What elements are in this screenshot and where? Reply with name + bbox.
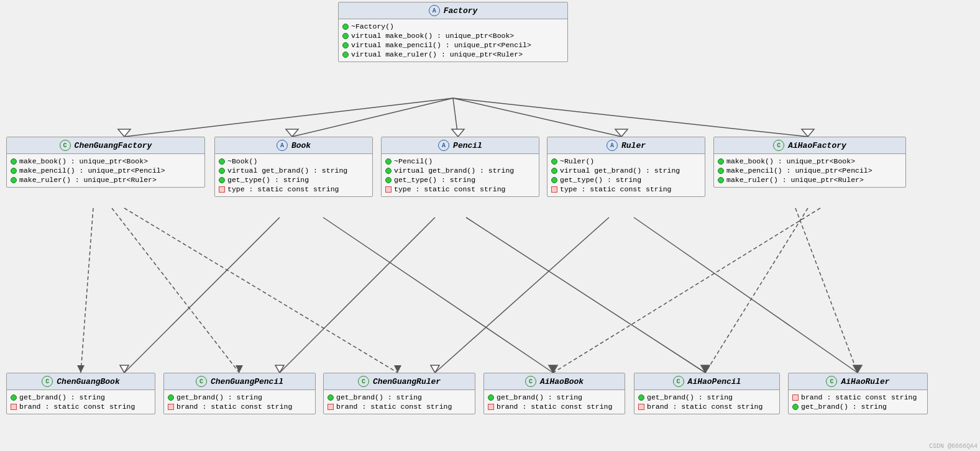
factory-row-2: virtual make_pencil() : unique_ptr<Penci… <box>342 40 564 50</box>
svg-marker-33 <box>549 365 557 373</box>
dot-icon <box>638 394 644 401</box>
dot-icon <box>11 394 17 401</box>
dot-icon <box>168 394 174 401</box>
book-row-3: type : static const string <box>219 184 369 194</box>
book-class: A Book ~Book() virtual get_brand() : str… <box>214 137 373 197</box>
chenguangbook-class: C ChenGuangBook get_brand() : string bra… <box>6 373 155 414</box>
book-row-0: ~Book() <box>219 157 369 166</box>
svg-line-24 <box>466 217 705 373</box>
aihaobook-header: C AiHaoBook <box>484 373 625 390</box>
factory-body: ~Factory() virtual make_book() : unique_… <box>339 19 567 62</box>
cgbook-body: get_brand() : string brand : static cons… <box>7 390 155 414</box>
dot-icon <box>551 158 557 165</box>
aihaoruler-badge: C <box>826 376 837 387</box>
svg-line-1 <box>453 98 808 137</box>
svg-marker-17 <box>120 365 129 373</box>
square-icon <box>551 186 557 193</box>
aihaofactory-badge: C <box>773 140 784 151</box>
svg-line-10 <box>81 208 93 373</box>
svg-marker-23 <box>549 365 557 373</box>
dot-icon <box>385 158 392 165</box>
factory-class: A Factory ~Factory() virtual make_book()… <box>338 2 568 62</box>
dot-icon <box>342 33 349 39</box>
svg-marker-21 <box>431 365 439 373</box>
dot-icon <box>718 177 724 183</box>
dot-icon <box>718 168 724 174</box>
dot-icon <box>11 168 17 174</box>
svg-line-12 <box>112 208 239 373</box>
dot-icon <box>385 168 392 174</box>
dot-icon <box>342 42 349 48</box>
square-icon <box>792 394 799 401</box>
dot-icon <box>551 168 557 174</box>
svg-marker-13 <box>236 365 243 373</box>
svg-line-4 <box>453 98 621 137</box>
pencil-class: A Pencil ~Pencil() virtual get_brand() :… <box>381 137 539 197</box>
square-icon <box>638 404 644 410</box>
svg-line-20 <box>435 217 609 373</box>
svg-line-18 <box>280 217 435 373</box>
factory-method-0: ~Factory() <box>351 22 394 30</box>
chenguangfactory-badge: C <box>60 140 71 151</box>
factory-row-0: ~Factory() <box>342 22 564 31</box>
svg-line-28 <box>795 208 858 373</box>
dot-icon <box>488 394 494 401</box>
square-icon <box>488 404 494 410</box>
aihaobook-class: C AiHaoBook get_brand() : string brand :… <box>483 373 625 414</box>
dot-icon <box>219 177 225 183</box>
dot-icon <box>11 158 17 165</box>
ruler-class: A Ruler ~Ruler() virtual get_brand() : s… <box>547 137 705 197</box>
dot-icon <box>327 394 334 401</box>
dot-icon <box>219 158 225 165</box>
cgf-row-2: make_ruler() : unique_ptr<Ruler> <box>11 175 201 184</box>
svg-line-22 <box>323 217 553 373</box>
svg-marker-11 <box>77 365 85 373</box>
watermark: CSDN @6666QA4 <box>929 443 978 450</box>
square-icon <box>168 404 174 410</box>
dot-icon <box>342 24 349 30</box>
book-row-2: get_type() : string <box>219 175 369 184</box>
book-header: A Book <box>215 137 372 154</box>
aihaobook-title: AiHaoBook <box>540 377 584 386</box>
svg-line-14 <box>124 208 398 373</box>
aihaobook-body: get_brand() : string brand : static cons… <box>484 390 625 414</box>
chenguangruler-class: C ChenGuangRuler get_brand() : string br… <box>323 373 475 414</box>
dot-icon <box>11 177 17 183</box>
svg-marker-6 <box>452 129 464 137</box>
factory-method-3: virtual make_ruler() : unique_ptr<Ruler> <box>351 50 523 58</box>
chenguangfactory-class: C ChenGuangFactory make_book() : unique_… <box>6 137 205 188</box>
factory-row-1: virtual make_book() : unique_ptr<Book> <box>342 31 564 40</box>
aihaofactory-body: make_book() : unique_ptr<Book> make_penc… <box>714 154 905 187</box>
ruler-badge: A <box>607 140 618 151</box>
cgbook-title: ChenGuangBook <box>57 377 119 386</box>
book-row-1: virtual get_brand() : string <box>219 166 369 175</box>
cgf-row-1: make_pencil() : unique_ptr<Pencil> <box>11 166 201 175</box>
cgruler-header: C ChenGuangRuler <box>324 373 475 390</box>
book-body: ~Book() virtual get_brand() : string get… <box>215 154 372 196</box>
cgbook-badge: C <box>42 376 53 387</box>
cgruler-body: get_brand() : string brand : static cons… <box>324 390 475 414</box>
factory-method-1: virtual make_book() : unique_ptr<Book> <box>351 32 514 40</box>
ruler-title: Ruler <box>621 141 646 150</box>
aihaoruler-header: C AiHaoRuler <box>789 373 927 390</box>
svg-marker-27 <box>853 365 862 373</box>
cgf-method-0: make_book() : unique_ptr<Book> <box>19 157 148 165</box>
dot-icon <box>551 177 557 183</box>
dot-icon <box>342 52 349 58</box>
ruler-body: ~Ruler() virtual get_brand() : string ge… <box>547 154 705 196</box>
cgruler-title: ChenGuangRuler <box>373 377 441 386</box>
aihaoruler-title: AiHaoRuler <box>841 377 889 386</box>
uml-diagram: A Factory ~Factory() virtual make_book()… <box>0 0 980 451</box>
svg-marker-19 <box>275 365 284 373</box>
cgruler-badge: C <box>358 376 369 387</box>
svg-marker-31 <box>702 365 709 373</box>
svg-line-32 <box>553 208 820 373</box>
pencil-badge: A <box>438 140 449 151</box>
aihaofactory-title: AiHaoFactory <box>788 141 846 150</box>
aihaoruler-class: C AiHaoRuler brand : static const string… <box>788 373 928 414</box>
chenguangfactory-header: C ChenGuangFactory <box>7 137 204 154</box>
cgpencil-title: ChenGuangPencil <box>211 377 283 386</box>
dot-icon <box>792 404 799 410</box>
factory-title: Factory <box>444 6 478 16</box>
cgf-method-2: make_ruler() : unique_ptr<Ruler> <box>19 176 157 184</box>
